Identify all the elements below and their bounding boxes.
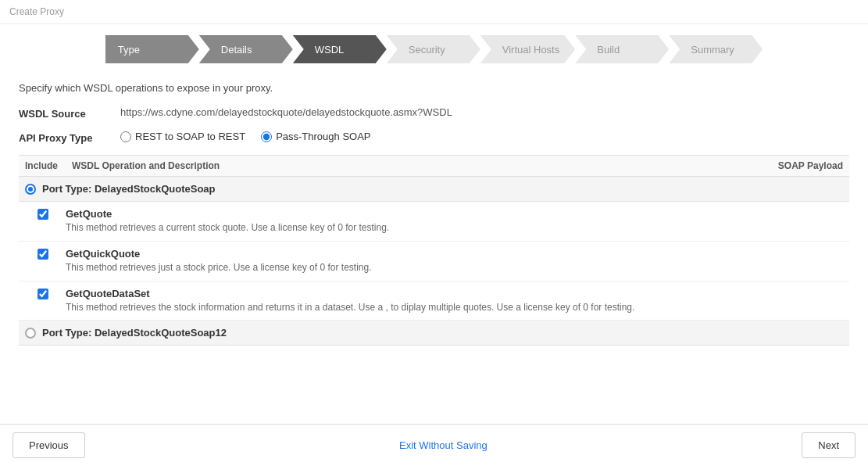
port-type-row-0[interactable]: Port Type: DelayedStockQuoteSoap [19,177,849,202]
operation-desc-0-2: This method retrieves the stock informat… [66,301,843,314]
col-operation-header: WSDL Operation and Description [72,160,757,171]
port-type-label-0: Port Type: DelayedStockQuoteSoap [42,183,216,195]
checkbox-col-0-0 [38,208,66,222]
table-header: Include WSDL Operation and Description S… [19,155,849,177]
operation-info-0-1: GetQuickQuoteThis method retrieves just … [66,248,843,274]
col-include-header: Include [25,160,72,171]
port-type-radio-1[interactable] [25,328,36,339]
wsdl-source-label: WSDL Source [19,106,120,120]
wizard-step-security[interactable]: Security [387,35,480,63]
radio-rest-label: REST to SOAP to REST [135,131,245,142]
operation-checkbox-0-0[interactable] [38,209,48,220]
wizard-step-summary[interactable]: Summary [669,35,763,63]
content-area: Specify which WSDL operations to expose … [0,74,868,419]
radio-passthrough-input[interactable] [261,131,272,142]
col-payload-header: SOAP Payload [757,160,843,171]
instruction-text: Specify which WSDL operations to expose … [19,82,849,94]
wsdl-source-value: https://ws.cdyne.com/delayedstockquote/d… [120,106,452,118]
page-title: Create Proxy [9,6,64,17]
previous-button[interactable]: Previous [13,432,85,458]
radio-passthrough-option[interactable]: Pass-Through SOAP [261,131,370,142]
operation-checkbox-0-1[interactable] [38,249,48,260]
next-button[interactable]: Next [802,432,855,458]
title-bar: Create Proxy [0,0,868,24]
operation-name-0-0: GetQuote [66,208,843,220]
radio-rest-option[interactable]: REST to SOAP to REST [120,131,245,142]
checkbox-col-0-1 [38,248,66,262]
radio-passthrough-label: Pass-Through SOAP [276,131,370,142]
operation-checkbox-0-2[interactable] [38,289,48,299]
exit-link[interactable]: Exit Without Saving [399,439,488,451]
operation-name-0-1: GetQuickQuote [66,248,843,260]
port-type-row-1[interactable]: Port Type: DelayedStockQuoteSoap12 [19,321,849,346]
operations-list[interactable]: Port Type: DelayedStockQuoteSoapGetQuote… [19,177,849,419]
wizard-step-virtual-hosts[interactable]: Virtual Hosts [480,35,575,63]
checkbox-col-0-2 [38,288,66,302]
radio-group: REST to SOAP to REST Pass-Through SOAP [120,131,371,142]
wizard-step-type[interactable]: Type [105,35,199,63]
api-proxy-type-label: API Proxy Type [19,131,120,144]
operation-row-0-2: GetQuoteDataSetThis method retrieves the… [19,281,849,321]
api-proxy-type-row: API Proxy Type REST to SOAP to REST Pass… [19,131,849,144]
radio-rest-input[interactable] [120,131,131,142]
port-type-radio-0[interactable] [25,184,36,195]
footer: Previous Exit Without Saving Next [0,424,868,466]
operation-row-0-0: GetQuoteThis method retrieves a current … [19,202,849,242]
wizard-step-build[interactable]: Build [575,35,669,63]
wizard-step-details[interactable]: Details [199,35,293,63]
wizard-steps: TypeDetailsWSDLSecurityVirtual HostsBuil… [0,24,868,74]
operation-row-0-1: GetQuickQuoteThis method retrieves just … [19,242,849,281]
port-type-label-1: Port Type: DelayedStockQuoteSoap12 [42,327,227,339]
wizard-step-wsdl[interactable]: WSDL [293,35,387,63]
operation-info-0-0: GetQuoteThis method retrieves a current … [66,208,843,235]
operation-desc-0-1: This method retrieves just a stock price… [66,261,843,274]
wsdl-source-row: WSDL Source https://ws.cdyne.com/delayed… [19,106,849,120]
operation-desc-0-0: This method retrieves a current stock qu… [66,221,843,235]
operation-name-0-2: GetQuoteDataSet [66,288,843,299]
operation-info-0-2: GetQuoteDataSetThis method retrieves the… [66,288,843,314]
